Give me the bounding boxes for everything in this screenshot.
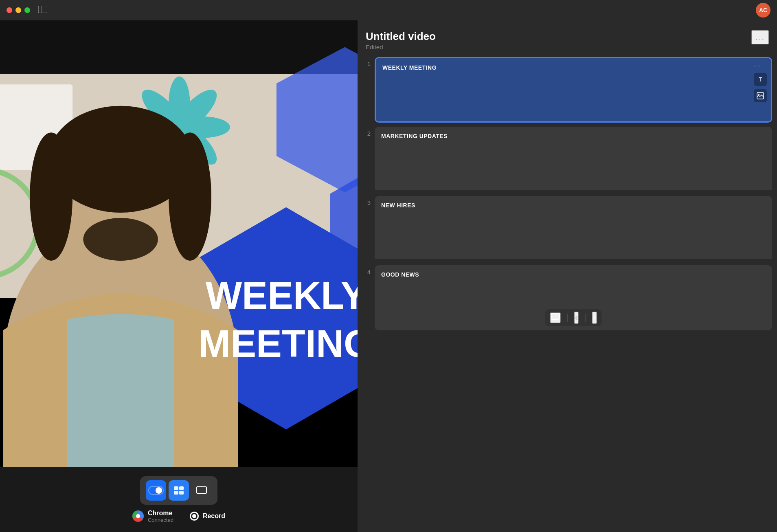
nav-divider-2: [585, 314, 586, 322]
right-panel: Untitled video Edited ... 1 WEEKLY MEETI…: [358, 20, 777, 532]
svg-rect-36: [200, 493, 203, 494]
record-label: Record: [203, 512, 225, 520]
maximize-button[interactable]: [24, 7, 30, 13]
svg-text:MEETING: MEETING: [199, 322, 358, 365]
video-title-block: Untitled video Edited: [366, 30, 436, 51]
slide-number-3: 3: [362, 196, 371, 206]
slide-nav-bar: ‹ ›: [545, 309, 602, 326]
controls-bar: [140, 476, 217, 505]
slide-actions-1: ··· T: [754, 62, 767, 102]
slide-card-inner-2: MARKETING UPDATES: [375, 127, 772, 190]
slide-more-button-1[interactable]: ···: [754, 62, 767, 70]
right-header: Untitled video Edited ...: [358, 20, 777, 57]
chrome-info: Chrome Connected: [132, 510, 173, 523]
presentation-view-button[interactable]: [191, 480, 212, 501]
record-button[interactable]: Record: [190, 512, 225, 521]
slides-list: 1 WEEKLY MEETING ··· T: [358, 57, 777, 532]
record-dot: [192, 514, 196, 518]
title-bar: AC: [0, 0, 777, 20]
toggle-inner: [148, 486, 164, 495]
video-area: WEEKLY MEETING: [0, 20, 358, 467]
slide-title-4: GOOD NEWS: [381, 271, 419, 278]
svg-rect-0: [38, 6, 47, 13]
svg-point-38: [758, 94, 759, 95]
avatar[interactable]: AC: [756, 3, 770, 18]
text-icon: T: [759, 76, 762, 83]
sidebar-toggle-icon[interactable]: [38, 6, 47, 15]
gallery-view-button[interactable]: [169, 480, 189, 501]
svg-text:WEEKLY: WEEKLY: [206, 274, 358, 317]
video-panel: WEEKLY MEETING: [0, 20, 358, 532]
video-title: Untitled video: [366, 30, 436, 43]
svg-point-24: [83, 218, 158, 261]
chrome-name: Chrome: [148, 510, 173, 517]
chrome-center: [136, 514, 140, 518]
svg-rect-33: [174, 491, 178, 495]
svg-rect-2: [0, 20, 358, 74]
image-icon: [757, 92, 764, 99]
slide-monitor-icon[interactable]: [550, 312, 561, 323]
svg-rect-35: [197, 487, 206, 493]
svg-rect-32: [179, 486, 184, 490]
slide-title-3: NEW HIRES: [381, 202, 415, 209]
chrome-icon: [132, 510, 144, 522]
slide-card-3[interactable]: NEW HIRES: [375, 196, 772, 261]
svg-rect-31: [174, 486, 178, 490]
video-frame: WEEKLY MEETING: [0, 20, 358, 467]
nav-divider-1: [567, 314, 568, 322]
slide-title-2: MARKETING UPDATES: [381, 133, 448, 139]
svg-rect-39: [551, 314, 560, 319]
svg-rect-34: [179, 491, 184, 495]
svg-point-22: [30, 132, 72, 261]
slide-card-inner-1: WEEKLY MEETING ··· T: [376, 58, 771, 121]
slide-title-1: WEEKLY MEETING: [382, 64, 437, 71]
slide-text-button-1[interactable]: T: [754, 73, 767, 86]
slide-prev-button[interactable]: ‹: [574, 312, 579, 324]
video-bottom: Chrome Connected Record: [0, 467, 358, 532]
more-options-button[interactable]: ...: [751, 30, 769, 44]
close-button[interactable]: [7, 7, 12, 13]
slide-card-inner-4: GOOD NEWS ‹: [375, 265, 772, 330]
slide-item-2: 2 MARKETING UPDATES: [362, 127, 772, 192]
toggle-knob: [156, 487, 162, 494]
chrome-record-bar: Chrome Connected Record: [132, 510, 225, 523]
minimize-button[interactable]: [15, 7, 21, 13]
main-content: WEEKLY MEETING: [0, 20, 777, 532]
slide-number-1: 1: [362, 57, 371, 67]
slide-item-1: 1 WEEKLY MEETING ··· T: [362, 57, 772, 123]
traffic-lights: [7, 7, 30, 13]
svg-point-23: [169, 132, 211, 261]
slide-item-3: 3 NEW HIRES: [362, 196, 772, 261]
toggle-button[interactable]: [146, 480, 166, 501]
record-icon: [190, 512, 199, 521]
slide-card-4[interactable]: GOOD NEWS ‹: [375, 265, 772, 330]
slide-item-4: 4 GOOD NEWS: [362, 265, 772, 330]
slide-number-2: 2: [362, 127, 371, 137]
slide-next-button[interactable]: ›: [592, 312, 597, 324]
slide-image-button-1[interactable]: [754, 89, 767, 102]
slide-card-1[interactable]: WEEKLY MEETING ··· T: [375, 57, 772, 123]
slide-number-4: 4: [362, 265, 371, 275]
chrome-status: Connected: [148, 517, 173, 523]
video-subtitle: Edited: [366, 44, 436, 51]
slide-card-inner-3: NEW HIRES: [375, 196, 772, 259]
slide-card-2[interactable]: MARKETING UPDATES: [375, 127, 772, 192]
chrome-label: Chrome Connected: [148, 510, 173, 523]
